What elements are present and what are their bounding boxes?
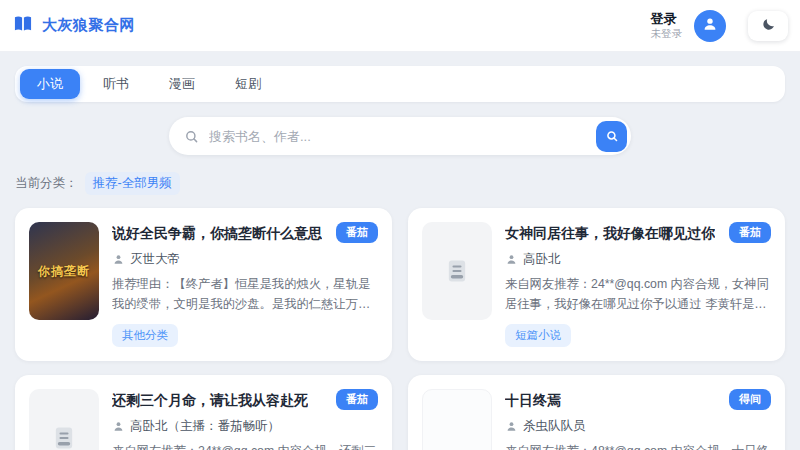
author-icon xyxy=(505,253,518,266)
search-button-icon xyxy=(605,129,619,143)
tab-shortdrama[interactable]: 短剧 xyxy=(218,69,278,99)
book-description: 推荐理由：【终产者】恒星是我的烛火，星轨是我的绶带，文明是我的沙盘。是我的仁慈让… xyxy=(112,275,378,315)
book-card[interactable]: 女神同居往事，我好像在哪见过你 番茄 高卧北 来自网友推荐：24**@qq.co… xyxy=(408,208,785,361)
category-filter-row: 当前分类： 推荐-全部男频 xyxy=(15,172,785,195)
site-name: 大灰狼聚合网 xyxy=(42,16,135,35)
cover-title-text: 你搞垄断 xyxy=(34,263,94,280)
category-label: 当前分类： xyxy=(15,175,78,192)
header-actions: 登录 未登录 xyxy=(651,10,789,42)
search-icon xyxy=(184,129,199,144)
search-button[interactable] xyxy=(596,121,627,152)
site-logo[interactable]: 大灰狼聚合网 xyxy=(12,13,135,39)
author-icon xyxy=(112,420,125,433)
book-grid: 你搞垄断 说好全民争霸，你搞垄断什么意思 番茄 灭世大帝 推荐理由：【终产者】恒… xyxy=(15,208,785,450)
category-current-link[interactable]: 推荐-全部男频 xyxy=(85,172,180,195)
user-avatar[interactable] xyxy=(694,10,726,42)
book-icon xyxy=(50,424,78,450)
user-icon xyxy=(701,15,719,37)
app-header: 大灰狼聚合网 登录 未登录 xyxy=(0,0,800,52)
book-title: 十日终焉 xyxy=(505,389,561,410)
login-label: 登录 xyxy=(651,11,677,27)
book-description: 来自网友推荐：48**@qq.com 内容合规，十日终焉予以通过 （不后宫，不套… xyxy=(505,442,771,450)
source-badge: 番茄 xyxy=(729,222,771,243)
tab-comic[interactable]: 漫画 xyxy=(152,69,212,99)
tab-audiobook[interactable]: 听书 xyxy=(86,69,146,99)
author-icon xyxy=(112,253,125,266)
dark-mode-toggle[interactable] xyxy=(748,11,788,41)
author-icon xyxy=(505,420,518,433)
tab-novel[interactable]: 小说 xyxy=(20,69,80,99)
book-cover-placeholder xyxy=(29,389,99,450)
author-name: 杀虫队队员 xyxy=(523,418,586,435)
author-name: 高卧北 xyxy=(523,251,561,268)
book-tag[interactable]: 其他分类 xyxy=(112,324,178,347)
content-type-tabs: 小说 听书 漫画 短剧 xyxy=(15,66,785,102)
moon-icon xyxy=(761,17,776,35)
login-button[interactable]: 登录 未登录 xyxy=(651,11,683,40)
login-status: 未登录 xyxy=(651,27,683,40)
book-tag[interactable]: 短篇小说 xyxy=(505,324,571,347)
search-section xyxy=(15,117,785,155)
author-name: 高卧北（主播：番茄畅听） xyxy=(130,418,280,435)
book-card[interactable]: 还剩三个月命，请让我从容赴死 番茄 高卧北（主播：番茄畅听） 来自网友推荐：24… xyxy=(15,375,392,450)
main-content: 小说 听书 漫画 短剧 当前分类： 推荐-全部男频 你搞垄断 说好全民争霸，你搞… xyxy=(0,66,800,450)
book-description: 来自网友推荐：24**@qq.com 内容合规，还剩三个月命，请让我从容赴死予以… xyxy=(112,442,378,450)
book-cover-blank xyxy=(422,389,492,450)
book-card[interactable]: 十日终焉 得间 杀虫队队员 来自网友推荐：48**@qq.com 内容合规，十日… xyxy=(408,375,785,450)
book-title: 还剩三个月命，请让我从容赴死 xyxy=(112,389,308,410)
book-cover-placeholder xyxy=(422,222,492,320)
book-title: 女神同居往事，我好像在哪见过你 xyxy=(505,222,715,243)
book-description: 来自网友推荐：24**@qq.com 内容合规，女神同居往事，我好像在哪见过你予… xyxy=(505,275,771,315)
book-logo-icon xyxy=(12,13,34,39)
book-title: 说好全民争霸，你搞垄断什么意思 xyxy=(112,222,322,243)
search-box xyxy=(169,117,631,155)
source-badge: 得间 xyxy=(729,389,771,410)
book-icon xyxy=(443,257,471,285)
source-badge: 番茄 xyxy=(336,222,378,243)
book-cover-image: 你搞垄断 xyxy=(29,222,99,320)
book-card[interactable]: 你搞垄断 说好全民争霸，你搞垄断什么意思 番茄 灭世大帝 推荐理由：【终产者】恒… xyxy=(15,208,392,361)
author-name: 灭世大帝 xyxy=(130,251,180,268)
source-badge: 番茄 xyxy=(336,389,378,410)
search-input[interactable] xyxy=(199,129,596,144)
